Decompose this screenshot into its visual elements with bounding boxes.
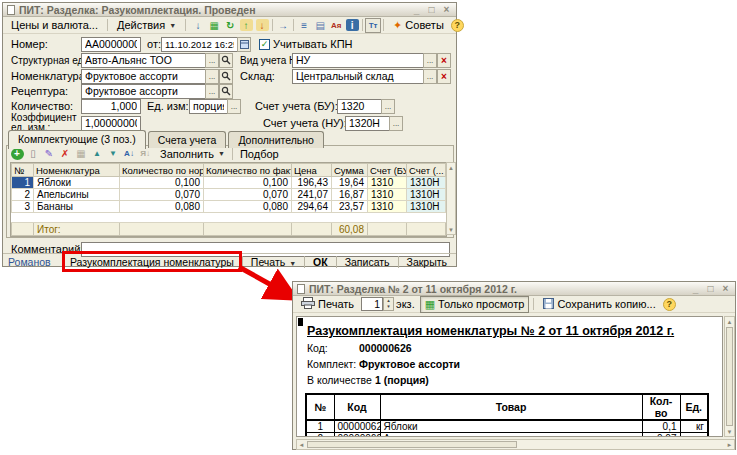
grid-cell[interactable]: 196,43 bbox=[292, 177, 332, 189]
magnifier-icon[interactable] bbox=[219, 53, 233, 68]
structure-icon[interactable]: ▤ bbox=[312, 18, 328, 33]
close-window-button[interactable]: Закрыть bbox=[403, 255, 451, 269]
grid-cell[interactable]: 0,080 bbox=[120, 201, 204, 213]
grid-cell[interactable]: 16,87 bbox=[332, 189, 368, 201]
document-vscrollbar[interactable]: ▲ ▼ bbox=[724, 316, 735, 437]
go-to-icon[interactable]: → bbox=[275, 18, 291, 33]
copies-input[interactable] bbox=[361, 297, 383, 311]
column-header[interactable]: Количество по норме bbox=[120, 164, 204, 177]
grid-cell[interactable]: 1310 bbox=[368, 201, 407, 213]
ellipsis-button[interactable]: ... bbox=[205, 69, 219, 84]
ellipsis-button[interactable]: ... bbox=[389, 116, 403, 131]
scroll-up-icon[interactable]: ▲ bbox=[725, 317, 734, 326]
spin-down-icon[interactable]: ▾ bbox=[384, 304, 393, 310]
save-copy-button[interactable]: Сохранить копию... bbox=[538, 296, 660, 313]
grid-cell[interactable]: 294,64 bbox=[292, 201, 332, 213]
print-button[interactable]: Печать ▼ bbox=[247, 255, 300, 269]
close-button[interactable]: × bbox=[441, 4, 452, 15]
column-header[interactable]: Цена bbox=[292, 164, 332, 177]
column-header[interactable]: Счет (... bbox=[407, 164, 446, 177]
scroll-down-icon[interactable]: ▼ bbox=[447, 225, 456, 234]
help-icon[interactable]: ? bbox=[451, 19, 464, 32]
minimize-button[interactable]: _ bbox=[411, 4, 422, 15]
grid-cell[interactable]: Яблоки bbox=[34, 177, 120, 189]
warehouse-input[interactable] bbox=[292, 69, 423, 84]
ellipsis-button[interactable]: ... bbox=[205, 84, 219, 99]
grid-cell[interactable]: 23,57 bbox=[332, 201, 368, 213]
copy-out-icon[interactable]: ↓ bbox=[254, 18, 270, 33]
print-document[interactable]: Разукомплектация номенклатуры № 2 от 11 … bbox=[296, 316, 723, 437]
help-icon[interactable]: ? bbox=[663, 298, 676, 311]
column-header[interactable]: Сумма bbox=[332, 164, 368, 177]
scroll-right-icon[interactable]: ► bbox=[725, 440, 734, 449]
ellipsis-button[interactable]: ... bbox=[205, 53, 219, 68]
grid-cell[interactable]: 0,070 bbox=[120, 189, 204, 201]
tab-1[interactable]: Комплектующие (3 поз.) bbox=[8, 130, 146, 149]
grid-cell[interactable]: 2 bbox=[12, 189, 34, 201]
nomenclature-input[interactable] bbox=[81, 69, 205, 84]
date-input[interactable] bbox=[161, 37, 237, 52]
grid-vscrollbar[interactable]: ▲ ▼ bbox=[446, 162, 456, 235]
report-icon[interactable]: i bbox=[344, 18, 360, 33]
tips-button[interactable]: ✦ Советы bbox=[388, 17, 449, 34]
grid-cell[interactable]: 1310Н bbox=[407, 201, 446, 213]
post-icon[interactable]: ▦ bbox=[206, 18, 222, 33]
tab-2[interactable]: Счета учета bbox=[148, 131, 227, 148]
grid-cell[interactable]: 1310Н bbox=[407, 177, 446, 189]
save-icon[interactable]: ↓ bbox=[190, 18, 206, 33]
form-settings-icon[interactable]: Тт bbox=[365, 18, 381, 33]
table-row[interactable]: 3Бананы0,0800,080294,6423,5713101310Н bbox=[12, 201, 446, 213]
grid-cell[interactable]: 241,07 bbox=[292, 189, 332, 201]
clear-posting-icon[interactable]: ↻ bbox=[222, 18, 238, 33]
account-nu-input[interactable] bbox=[345, 116, 389, 131]
grid-cell[interactable]: 19,64 bbox=[332, 177, 368, 189]
copy-in-icon[interactable]: ↑ bbox=[238, 18, 254, 33]
nu-kind-input[interactable] bbox=[292, 53, 423, 68]
grid-cell[interactable]: 0,100 bbox=[204, 177, 292, 189]
grid-cell[interactable]: 3 bbox=[12, 201, 34, 213]
titlebar[interactable]: ПИТ: Разделка: Разукомплектация. Проведе… bbox=[3, 3, 456, 17]
minimize-button[interactable]: _ bbox=[690, 283, 701, 294]
clear-icon[interactable]: × bbox=[437, 53, 451, 68]
grid-cell[interactable]: Апельсины bbox=[34, 189, 120, 201]
close-button[interactable]: × bbox=[720, 283, 731, 294]
grid-cell[interactable]: 1310 bbox=[368, 189, 407, 201]
spellcheck-icon[interactable]: Ая bbox=[328, 18, 344, 33]
grid-cell[interactable]: 1310 bbox=[368, 177, 407, 189]
print-button[interactable]: Печать bbox=[296, 295, 359, 313]
ellipsis-button[interactable]: ... bbox=[423, 53, 437, 68]
actions-button[interactable]: Действия ▼ bbox=[112, 17, 181, 33]
column-header[interactable]: Количество по факту bbox=[204, 164, 292, 177]
grid-cell[interactable]: 1310Н bbox=[407, 189, 446, 201]
view-only-toggle[interactable]: ▦ Только просмотр bbox=[420, 296, 530, 313]
recipe-input[interactable] bbox=[81, 84, 205, 99]
ok-button[interactable]: ОК bbox=[309, 255, 332, 269]
scroll-left-icon[interactable]: ◄ bbox=[297, 440, 306, 449]
maximize-button[interactable]: □ bbox=[426, 4, 437, 15]
grid-cell[interactable]: Бананы bbox=[34, 201, 120, 213]
document-hscrollbar[interactable]: ◄ ► bbox=[296, 439, 735, 450]
maximize-button[interactable]: □ bbox=[705, 283, 716, 294]
kpn-checkbox[interactable]: ✓ bbox=[259, 39, 270, 50]
magnifier-icon[interactable] bbox=[219, 84, 233, 99]
calendar-icon[interactable] bbox=[237, 37, 251, 52]
save-button[interactable]: Записать bbox=[341, 255, 394, 269]
grid-cell[interactable]: 1 bbox=[12, 177, 34, 189]
grid-cell[interactable]: 0,070 bbox=[204, 189, 292, 201]
number-input[interactable] bbox=[81, 37, 141, 52]
table-row[interactable]: 2Апельсины0,0700,070241,0716,8713101310Н bbox=[12, 189, 446, 201]
magnifier-icon[interactable] bbox=[219, 69, 233, 84]
table-row[interactable]: 1Яблоки0,1000,100196,4319,6413101310Н bbox=[12, 177, 446, 189]
scroll-thumb[interactable] bbox=[726, 327, 733, 426]
decompose-button[interactable]: Разукомплектация номенклатуры bbox=[66, 255, 238, 269]
column-header[interactable]: Счет (БУ) bbox=[368, 164, 407, 177]
structural-unit-input[interactable] bbox=[81, 53, 205, 68]
scroll-down-icon[interactable]: ▼ bbox=[725, 427, 734, 436]
prices-currency-button[interactable]: Цены и валюта... bbox=[6, 17, 103, 33]
column-header[interactable]: Номенклатура bbox=[34, 164, 120, 177]
clear-icon[interactable]: × bbox=[437, 69, 451, 84]
scroll-thumb[interactable] bbox=[307, 441, 517, 448]
titlebar[interactable]: ПИТ: Разделка № 2 от 11 октября 2012 г. … bbox=[293, 282, 735, 296]
column-header[interactable]: № bbox=[12, 164, 34, 177]
grid-cell[interactable]: 0,100 bbox=[120, 177, 204, 189]
